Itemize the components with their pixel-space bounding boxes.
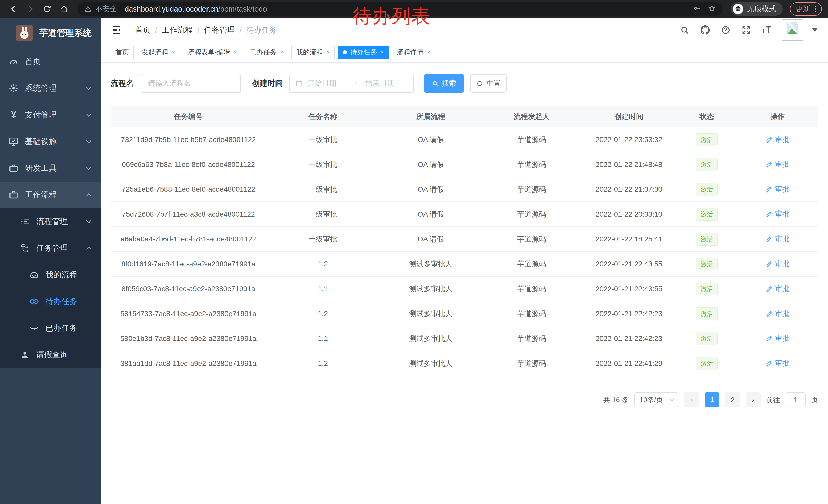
dashboard-icon <box>8 56 19 67</box>
reload-icon[interactable] <box>40 2 54 16</box>
breadcrumb-workflow[interactable]: 工作流程 <box>162 25 193 35</box>
breadcrumb-home[interactable]: 首页 <box>135 25 151 35</box>
cell-process: 测试多审批人 <box>379 251 482 276</box>
key-icon[interactable] <box>693 4 701 13</box>
close-icon[interactable]: × <box>280 49 283 56</box>
tab-process-detail[interactable]: 流程详情× <box>392 46 435 59</box>
tab-my-process[interactable]: 我的流程× <box>291 46 335 59</box>
status-badge: 激活 <box>696 357 718 370</box>
help-icon[interactable] <box>720 25 731 35</box>
search-button[interactable]: 搜索 <box>424 74 464 93</box>
forward-icon[interactable] <box>23 2 37 16</box>
url-text[interactable]: dashboard.yudao.iocoder.cn/bpm/task/todo <box>125 5 267 13</box>
date-range-picker[interactable]: - <box>289 74 414 93</box>
browser-update-button[interactable]: 更新 <box>790 2 822 16</box>
approve-link[interactable]: 审批 <box>765 284 790 293</box>
github-icon[interactable] <box>700 25 710 35</box>
close-icon[interactable]: × <box>427 49 430 56</box>
cell-starter: 芋道源码 <box>482 177 581 202</box>
sidebar: 芋道管理系统 首页 系统管理 ¥ 支付管理 基础设施 <box>0 18 101 504</box>
back-icon[interactable] <box>6 2 20 16</box>
cell-task-id: 58154733-7ac8-11ec-a9e2-a2380e71991a <box>111 301 266 326</box>
cell-task-id: 75d72608-7b7f-11ec-a3c8-acde48001122 <box>111 202 266 227</box>
approve-link[interactable]: 审批 <box>765 333 790 343</box>
reset-button[interactable]: 重置 <box>470 74 507 93</box>
edit-icon <box>765 260 773 267</box>
bookmark-star-icon[interactable] <box>708 4 716 13</box>
end-date-input[interactable] <box>365 79 409 87</box>
close-icon[interactable]: × <box>327 49 330 56</box>
prev-page-button[interactable]: ‹ <box>684 393 699 407</box>
close-icon[interactable]: × <box>172 49 175 56</box>
col-process: 所属流程 <box>379 106 482 127</box>
app-logo-row[interactable]: 芋道管理系统 <box>0 18 101 48</box>
sidebar-item-workflow[interactable]: 工作流程 <box>0 182 101 208</box>
goto-page-input[interactable] <box>786 393 806 407</box>
gear-icon <box>8 83 19 93</box>
cell-status: 激活 <box>677 152 737 177</box>
start-date-input[interactable] <box>307 79 351 87</box>
home-icon[interactable] <box>57 2 71 16</box>
update-label[interactable]: 更新 <box>795 4 810 14</box>
sidebar-item-devtools[interactable]: 研发工具 <box>0 155 101 182</box>
sidebar-item-system[interactable]: 系统管理 <box>0 75 101 101</box>
fullscreen-icon[interactable] <box>741 25 751 35</box>
close-icon[interactable]: × <box>234 49 237 56</box>
approve-link[interactable]: 审批 <box>765 358 790 368</box>
cell-task-id: 725a1eb6-7b88-11ec-8ef0-acde48001122 <box>111 177 266 202</box>
font-size-icon[interactable]: TT <box>761 25 772 35</box>
edit-icon <box>765 360 773 367</box>
tab-home[interactable]: 首页 <box>111 46 134 59</box>
approve-link[interactable]: 审批 <box>765 135 790 144</box>
cell-task-name: 1.2 <box>266 351 379 376</box>
approve-link[interactable]: 审批 <box>765 234 790 244</box>
broken-image-icon <box>787 21 798 34</box>
close-icon[interactable]: × <box>381 49 384 56</box>
sidebar-item-home[interactable]: 首页 <box>0 48 101 75</box>
approve-link[interactable]: 审批 <box>765 209 790 219</box>
topbar: 首页 / 工作流程 / 任务管理 / 待办任务 <box>101 18 828 42</box>
tab-done-tasks[interactable]: 已办任务× <box>245 46 288 59</box>
page-size-select[interactable]: 10条/页 <box>634 393 678 407</box>
sidebar-item-todo-tasks[interactable]: 待办任务 <box>0 288 101 315</box>
sidebar-item-leave-query[interactable]: 请假查询 <box>0 341 101 368</box>
menu-fold-icon[interactable] <box>111 25 122 36</box>
list-icon <box>20 216 30 227</box>
sidebar-item-task-mgmt[interactable]: 任务管理 <box>0 235 101 262</box>
not-secure-icon[interactable] <box>84 5 92 13</box>
browser-menu-icon[interactable] <box>815 6 816 12</box>
cell-task-id: 069c6a63-7b8a-11ec-8ef0-acde48001122 <box>111 152 266 177</box>
approve-link[interactable]: 审批 <box>765 184 790 194</box>
sidebar-item-my-process[interactable]: 我的流程 <box>0 262 101 288</box>
sidebar-item-done-tasks[interactable]: 已办任务 <box>0 315 101 341</box>
edit-icon <box>765 161 773 168</box>
caret-down-icon[interactable] <box>812 28 818 32</box>
sidebar-item-process-mgmt[interactable]: 流程管理 <box>0 208 101 235</box>
tab-form-edit[interactable]: 流程表单-编辑× <box>183 46 242 59</box>
process-name-input[interactable] <box>141 74 241 93</box>
cell-task-name: 1.2 <box>266 301 379 326</box>
briefcase-icon <box>8 163 19 173</box>
approve-link[interactable]: 审批 <box>765 159 790 169</box>
cell-actions: 审批 <box>737 326 818 351</box>
omnibox-divider <box>121 5 121 13</box>
avatar[interactable] <box>782 19 803 41</box>
security-label[interactable]: 不安全 <box>95 4 117 14</box>
cell-created: 2022-01-22 21:37:30 <box>581 177 677 202</box>
sidebar-item-infra[interactable]: 基础设施 <box>0 128 101 155</box>
breadcrumb-task-mgmt[interactable]: 任务管理 <box>204 25 235 35</box>
next-page-button[interactable]: › <box>746 393 760 407</box>
sidebar-item-payment[interactable]: ¥ 支付管理 <box>0 101 101 128</box>
cell-task-name: 一级审批 <box>266 227 379 251</box>
page-button-1[interactable]: 1 <box>705 393 719 407</box>
tab-start-process[interactable]: 发起流程× <box>137 46 180 59</box>
tab-todo-tasks[interactable]: 待办任务× <box>338 46 389 59</box>
tree-icon <box>20 243 30 253</box>
cell-created: 2022-01-21 22:43:55 <box>581 276 677 301</box>
page-button-2[interactable]: 2 <box>725 393 740 407</box>
approve-link[interactable]: 审批 <box>765 309 790 318</box>
edit-icon <box>765 310 773 317</box>
search-icon[interactable] <box>679 25 690 35</box>
incognito-label: 无痕模式 <box>747 4 777 14</box>
approve-link[interactable]: 审批 <box>765 259 790 269</box>
